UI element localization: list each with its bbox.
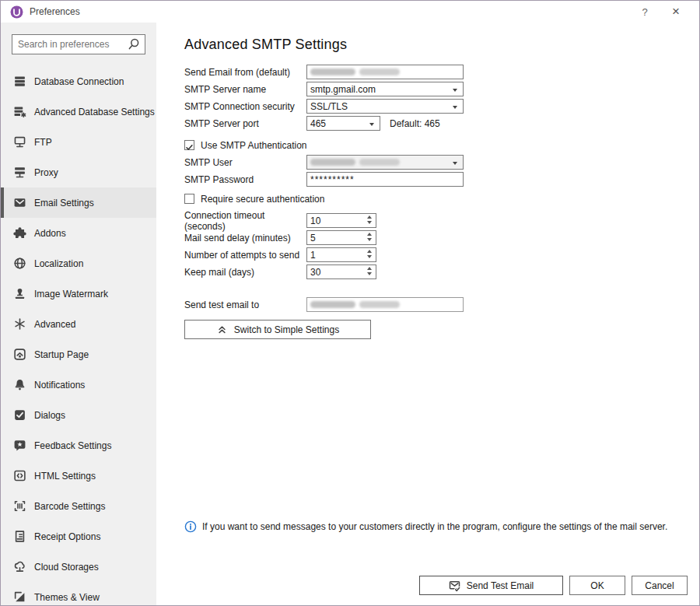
sidebar-item-ftp[interactable]: FTP xyxy=(1,127,156,157)
puzzle-icon xyxy=(13,226,26,240)
sidebar-item-barcode-settings[interactable]: Barcode Settings xyxy=(1,491,156,521)
footer-buttons: Send Test Email OK Cancel xyxy=(419,576,688,595)
info-note-text: If you want to send messages to your cus… xyxy=(202,520,667,533)
send-test-email-to-field[interactable] xyxy=(306,297,464,312)
switch-to-simple-settings-button[interactable]: Switch to Simple Settings xyxy=(184,320,371,339)
spin-down-icon[interactable] xyxy=(367,255,372,258)
require-secure-auth-checkbox[interactable] xyxy=(184,194,194,204)
use-smtp-auth-label: Use SMTP Authentication xyxy=(201,140,307,151)
keep-mail-row: Keep mail (days) 30 xyxy=(184,264,699,279)
connection-timeout-row: Connection timeout (seconds) 10 xyxy=(184,213,699,228)
keep-mail-label: Keep mail (days) xyxy=(184,267,306,278)
mail-send-delay-row: Mail send delay (minutes) 5 xyxy=(184,230,699,245)
chevron-down-icon xyxy=(453,89,457,92)
preferences-window: Preferences ? × Database Connection xyxy=(0,0,700,606)
smtp-user-label: SMTP User xyxy=(184,157,306,168)
redacted-value xyxy=(310,68,355,75)
mail-send-delay-spinner[interactable]: 5 xyxy=(306,230,376,245)
sidebar-item-advanced[interactable]: Advanced xyxy=(1,309,156,339)
sidebar-nav: Database Connection Advanced Database Se… xyxy=(1,66,156,606)
search-icon xyxy=(127,37,141,51)
smtp-server-port-label: SMTP Server port xyxy=(184,118,306,129)
sidebar-item-feedback-settings[interactable]: Feedback Settings xyxy=(1,430,156,461)
sidebar-item-cloud-storages[interactable]: Cloud Storages xyxy=(1,552,156,582)
chevron-down-icon xyxy=(453,106,457,109)
cloud-icon xyxy=(13,560,26,573)
sidebar-item-advanced-database-settings[interactable]: Advanced Database Settings xyxy=(1,96,156,127)
smtp-user-dropdown[interactable] xyxy=(306,155,464,170)
database-icon xyxy=(13,75,26,88)
connection-timeout-label: Connection timeout (seconds) xyxy=(184,210,306,232)
home-icon xyxy=(13,348,26,361)
sidebar-item-database-connection[interactable]: Database Connection xyxy=(1,66,156,96)
smtp-server-name-label: SMTP Server name xyxy=(184,84,306,95)
spin-up-icon[interactable] xyxy=(367,250,372,253)
smtp-server-port-row: SMTP Server port 465 Default: 465 xyxy=(184,116,699,131)
smtp-server-name-row: SMTP Server name smtp.gmail.com xyxy=(184,82,699,96)
spin-down-icon[interactable] xyxy=(367,221,372,224)
spin-up-icon[interactable] xyxy=(367,215,372,219)
help-button[interactable]: ? xyxy=(629,1,660,23)
sidebar-item-receipt-options[interactable]: Receipt Options xyxy=(1,521,156,552)
mail-send-delay-label: Mail send delay (minutes) xyxy=(184,233,306,243)
require-secure-auth-row: Require secure authentication xyxy=(184,191,699,206)
spin-down-icon[interactable] xyxy=(367,272,372,275)
main-panel: Advanced SMTP Settings Send Email from (… xyxy=(156,23,699,606)
proxy-server-icon xyxy=(13,166,26,179)
keep-mail-spinner[interactable]: 30 xyxy=(306,264,376,279)
sidebar-item-notifications[interactable]: Notifications xyxy=(1,370,156,400)
redacted-value xyxy=(359,159,400,166)
stamp-icon xyxy=(13,287,26,300)
selected-indicator xyxy=(1,187,4,218)
send-email-from-row: Send Email from (default) xyxy=(184,65,699,79)
search-input[interactable] xyxy=(12,34,145,54)
sidebar-item-image-watermark[interactable]: Image Watermark xyxy=(1,278,156,309)
ok-button[interactable]: OK xyxy=(569,576,625,595)
window-title: Preferences xyxy=(30,6,629,17)
smtp-connection-security-dropdown[interactable]: SSL/TLS xyxy=(306,99,464,114)
asterisk-icon xyxy=(13,317,26,331)
smtp-password-field[interactable] xyxy=(306,172,464,187)
sidebar-item-localization[interactable]: Localization xyxy=(1,248,156,278)
chevron-down-icon xyxy=(453,162,457,165)
require-secure-auth-label: Require secure authentication xyxy=(201,194,324,205)
chevron-down-icon xyxy=(369,123,374,126)
close-button[interactable]: × xyxy=(660,1,691,23)
chevron-double-up-icon xyxy=(216,324,228,335)
spin-up-icon[interactable] xyxy=(367,267,372,270)
connection-timeout-spinner[interactable]: 10 xyxy=(306,213,376,228)
sidebar-item-themes-view[interactable]: Themes & View xyxy=(1,582,156,606)
spin-up-icon[interactable] xyxy=(367,233,372,236)
redacted-value xyxy=(310,159,355,166)
sidebar-item-proxy[interactable]: Proxy xyxy=(1,157,156,187)
port-default-note: Default: 465 xyxy=(390,118,440,129)
send-email-from-label: Send Email from (default) xyxy=(184,67,306,78)
sidebar-item-startup-page[interactable]: Startup Page xyxy=(1,339,156,370)
cancel-button[interactable]: Cancel xyxy=(632,576,688,595)
checkbox-icon xyxy=(13,408,26,422)
smtp-password-row: SMTP Password xyxy=(184,172,699,187)
use-smtp-auth-checkbox[interactable] xyxy=(184,140,194,150)
send-test-email-button[interactable]: Send Test Email xyxy=(419,576,563,595)
info-note: If you want to send messages to your cus… xyxy=(184,520,687,533)
code-brackets-icon xyxy=(13,469,26,482)
envelope-check-icon xyxy=(449,580,461,592)
sidebar-item-addons[interactable]: Addons xyxy=(1,218,156,248)
advanced-database-icon xyxy=(13,105,26,118)
receipt-icon xyxy=(13,530,26,543)
attempts-to-send-spinner[interactable]: 1 xyxy=(306,247,376,262)
smtp-server-port-dropdown[interactable]: 465 xyxy=(306,116,380,131)
check-icon xyxy=(185,143,194,152)
page-title: Advanced SMTP Settings xyxy=(184,37,699,53)
redacted-value xyxy=(310,301,355,308)
sidebar-item-html-settings[interactable]: HTML Settings xyxy=(1,461,156,491)
barcode-icon xyxy=(13,499,26,513)
sidebar: Database Connection Advanced Database Se… xyxy=(1,23,156,606)
sidebar-item-dialogs[interactable]: Dialogs xyxy=(1,400,156,430)
smtp-server-name-dropdown[interactable]: smtp.gmail.com xyxy=(306,82,464,96)
send-test-email-to-row: Send test email to xyxy=(184,297,699,312)
spin-down-icon[interactable] xyxy=(367,238,372,241)
envelope-icon xyxy=(13,196,26,209)
sidebar-item-email-settings[interactable]: Email Settings xyxy=(1,187,156,218)
send-email-from-field[interactable] xyxy=(306,65,464,79)
